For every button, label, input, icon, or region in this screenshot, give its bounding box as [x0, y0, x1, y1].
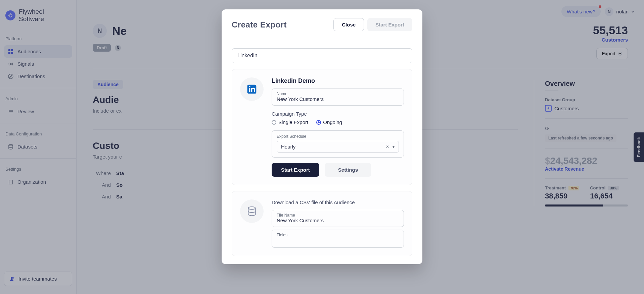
csv-database-icon: [240, 199, 264, 223]
radio-single-export[interactable]: Single Export: [272, 119, 308, 125]
modal-backdrop[interactable]: Create Export Close Start Export Linkedi…: [0, 0, 644, 294]
settings-button[interactable]: Settings: [325, 163, 371, 177]
campaign-type-label: Campaign Type: [272, 111, 404, 117]
chevron-down-icon[interactable]: ▾: [393, 144, 395, 149]
fields-field[interactable]: Fields: [272, 230, 404, 248]
modal-title: Create Export: [232, 20, 287, 30]
clear-icon[interactable]: ✕: [386, 144, 389, 149]
svg-point-12: [248, 207, 255, 210]
radio-icon: [316, 120, 321, 125]
radio-icon: [272, 120, 276, 125]
start-export-button[interactable]: Start Export: [272, 163, 319, 177]
linkedin-icon: [240, 77, 264, 101]
linkedin-card: Linkedin Demo Name New York Customers Ca…: [232, 69, 412, 185]
export-schedule-field: Export Schedule Hourly ✕ ▾: [272, 130, 404, 158]
close-button[interactable]: Close: [333, 18, 364, 31]
start-export-top-button: Start Export: [367, 18, 412, 31]
csv-card: Download a CSV file of this Audience Fil…: [232, 191, 412, 256]
radio-ongoing[interactable]: Ongoing: [316, 119, 342, 125]
name-field[interactable]: Name New York Customers: [272, 89, 404, 106]
csv-description: Download a CSV file of this Audience: [272, 199, 404, 205]
linkedin-demo-title: Linkedin Demo: [272, 77, 404, 84]
create-export-modal: Create Export Close Start Export Linkedi…: [222, 9, 422, 264]
schedule-select[interactable]: Hourly ✕ ▾: [277, 141, 399, 153]
file-name-field[interactable]: File Name New York Customers: [272, 210, 404, 227]
search-input[interactable]: [232, 48, 412, 63]
